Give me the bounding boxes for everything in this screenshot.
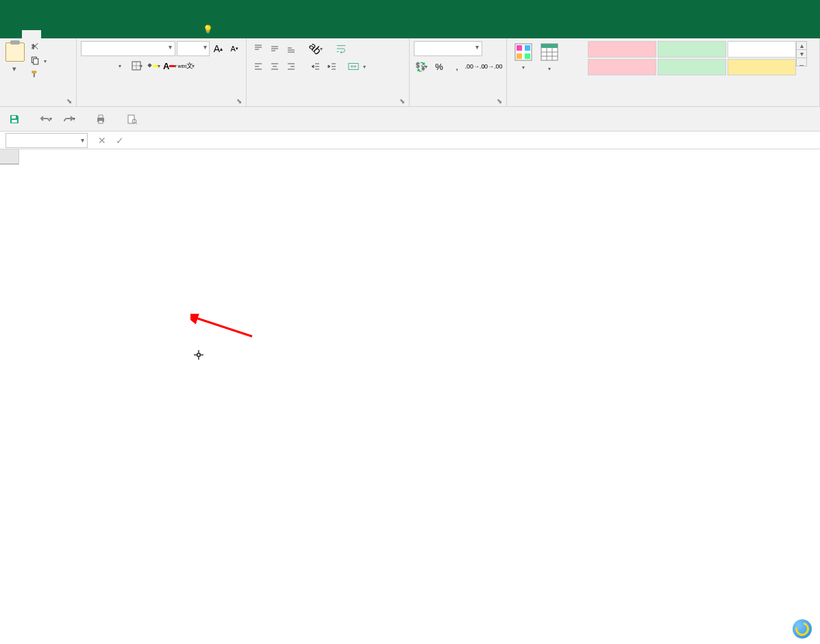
preview-icon — [127, 114, 138, 125]
svg-rect-52 — [197, 354, 200, 356]
save-button[interactable] — [7, 112, 22, 127]
svg-rect-1 — [34, 59, 38, 64]
format-as-table-button[interactable]: ▾ — [537, 41, 562, 73]
name-box[interactable] — [5, 133, 88, 148]
accounting-format-button[interactable]: 💱▾ — [414, 59, 429, 74]
underline-button[interactable]: ▾ — [114, 59, 127, 73]
spreadsheet-grid[interactable] — [0, 149, 820, 644]
chevron-down-icon: ▾ — [12, 64, 16, 73]
dialog-launcher-icon[interactable]: ⬊ — [497, 97, 502, 105]
group-number: 💱▾ % , .00→.0 .0→.00 ⬊ — [410, 38, 507, 106]
group-styles-buttons: ▾ ▾ — [507, 38, 584, 106]
increase-font-button[interactable]: A▴ — [211, 41, 226, 56]
align-left-button[interactable] — [251, 59, 266, 74]
scroll-more-icon[interactable]: ⎯ — [797, 58, 806, 66]
bold-button[interactable] — [81, 59, 95, 73]
print-preview-button[interactable] — [125, 112, 140, 127]
tell-me-search[interactable]: 💡 — [203, 25, 217, 38]
style-comma2[interactable] — [728, 41, 796, 58]
decrease-indent-button[interactable] — [308, 59, 323, 74]
cancel-formula-button[interactable]: ✕ — [93, 133, 111, 148]
phonetic-button[interactable]: wén文▾ — [179, 59, 193, 73]
lightbulb-icon: 💡 — [203, 25, 213, 34]
watermark — [793, 619, 816, 639]
wrap-text-icon — [336, 43, 347, 54]
paste-icon — [5, 42, 25, 62]
style-neutral[interactable] — [728, 59, 796, 75]
svg-rect-31 — [517, 45, 522, 51]
scroll-up-icon[interactable]: ▴ — [797, 42, 806, 50]
increase-indent-button[interactable] — [325, 59, 340, 74]
border-button[interactable]: ▾ — [130, 59, 144, 73]
percent-format-button[interactable]: % — [432, 59, 447, 74]
table-format-icon — [540, 42, 559, 62]
tab-pagelayout[interactable] — [60, 30, 79, 38]
conditional-format-icon — [514, 42, 533, 62]
tab-data[interactable] — [99, 30, 118, 38]
decrease-decimal-button[interactable]: .0→.00 — [485, 59, 500, 74]
copy-button[interactable]: ▾ — [29, 55, 48, 67]
style-good-sheet4[interactable] — [658, 41, 726, 58]
merge-icon — [348, 61, 359, 72]
formula-bar: ✕ ✓ — [0, 132, 820, 149]
svg-rect-32 — [525, 45, 530, 51]
dialog-launcher-icon[interactable]: ⬊ — [66, 97, 72, 105]
style-bad-sheet4[interactable] — [588, 41, 656, 58]
group-clipboard-label: ⬊ — [4, 103, 72, 105]
tab-pdf[interactable] — [175, 30, 195, 38]
format-painter-button[interactable] — [29, 69, 48, 81]
quick-print-button[interactable] — [93, 112, 108, 127]
bucket-icon — [147, 62, 153, 70]
redo-button[interactable]: ▾ — [62, 112, 77, 127]
watermark-logo-icon — [793, 619, 812, 639]
dialog-launcher-icon[interactable]: ⬊ — [399, 97, 405, 105]
align-top-button[interactable] — [251, 41, 266, 56]
decrease-font-button[interactable]: A▾ — [227, 41, 242, 56]
enter-formula-button[interactable]: ✓ — [111, 133, 129, 148]
style-bad[interactable] — [588, 59, 656, 75]
style-good[interactable] — [658, 59, 726, 75]
ribbon: ▾ ▾ — [0, 38, 820, 107]
conditional-format-button[interactable]: ▾ — [511, 41, 536, 73]
font-size-combo[interactable] — [177, 41, 210, 56]
ribbon-tabs: 💡 — [0, 19, 820, 38]
align-middle-button[interactable] — [267, 41, 282, 56]
align-center-button[interactable] — [267, 59, 282, 74]
tab-review[interactable] — [118, 30, 137, 38]
tab-home[interactable] — [22, 30, 41, 38]
svg-rect-36 — [541, 44, 558, 48]
undo-button[interactable]: ▾ — [38, 112, 53, 127]
merge-center-button[interactable]: ▾ — [345, 60, 369, 73]
italic-button[interactable] — [97, 59, 111, 73]
number-format-combo[interactable] — [414, 41, 482, 56]
style-gallery-scroll[interactable]: ▴ ▾ ⎯ — [796, 41, 807, 66]
cut-button[interactable] — [29, 41, 48, 53]
tab-file[interactable] — [3, 30, 22, 38]
tab-insert[interactable] — [41, 30, 60, 38]
font-name-combo[interactable] — [81, 41, 175, 56]
scroll-down-icon[interactable]: ▾ — [797, 50, 806, 58]
align-bottom-button[interactable] — [284, 41, 299, 56]
dialog-launcher-icon[interactable]: ⬊ — [236, 97, 242, 105]
group-styles-label — [588, 103, 815, 105]
select-all-corner[interactable] — [0, 149, 19, 164]
wrap-text-button[interactable] — [333, 42, 352, 55]
paste-button[interactable]: ▾ — [4, 41, 26, 75]
fill-color-button[interactable]: ▾ — [147, 59, 160, 73]
arrow-annotation — [190, 314, 259, 341]
svg-rect-41 — [12, 116, 16, 119]
comma-format-button[interactable]: , — [449, 59, 464, 74]
formula-input[interactable] — [147, 133, 820, 148]
increase-decimal-button[interactable]: .00→.0 — [467, 59, 482, 74]
group-alignment: ab▾ ▾ ⬊ — [247, 38, 410, 106]
align-right-button[interactable] — [284, 59, 299, 74]
tab-view[interactable] — [137, 30, 156, 38]
group-clipboard: ▾ ▾ — [0, 38, 77, 106]
save-icon — [9, 114, 20, 125]
svg-rect-33 — [517, 53, 522, 59]
tab-developer[interactable] — [156, 30, 175, 38]
tab-formulas[interactable] — [79, 30, 99, 38]
font-color-button[interactable]: A▾ — [163, 59, 177, 73]
orientation-button[interactable]: ab▾ — [308, 41, 323, 56]
insert-function-button[interactable] — [129, 133, 147, 148]
